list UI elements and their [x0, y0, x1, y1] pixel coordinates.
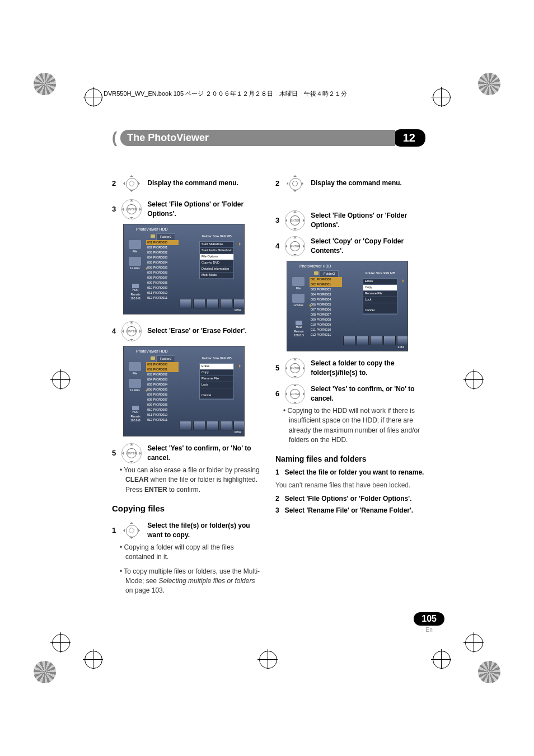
enter-pad-icon: ENTER	[284, 235, 306, 257]
step-number: 1	[112, 525, 116, 536]
enter-pad-icon: ENTER	[284, 357, 306, 379]
body-bullet: • You can also erase a file or folder by…	[120, 466, 262, 495]
reg-mark	[463, 632, 484, 652]
enter-pad-icon: ENTER	[120, 442, 143, 464]
right-arrow-pad-icon	[284, 172, 306, 195]
step-number: 5	[112, 448, 116, 459]
step-text: Display the command menu.	[311, 179, 402, 188]
reg-mark	[463, 369, 484, 389]
reg-mark	[431, 87, 451, 107]
reg-mark	[431, 649, 451, 669]
body-text: You can't rename files that have been lo…	[275, 481, 425, 490]
step-text: Select the file(s) or folder(s) you want…	[147, 521, 262, 541]
step-text: Display the command menu.	[147, 179, 238, 188]
book-header: DVR550H_WV_EN.book 105 ページ ２００６年１２月２８日 木…	[104, 90, 347, 98]
section-naming: Naming files and folders	[275, 453, 425, 464]
step-text: Select 'File Options' or 'Folder Options…	[311, 211, 425, 231]
dpad-icon	[120, 519, 143, 542]
step-number: 3	[112, 204, 116, 215]
reg-mark	[83, 87, 103, 107]
step-number: 5	[275, 363, 279, 374]
body-bullet: • Copying to the HDD will not work if th…	[283, 406, 425, 445]
chapter-bracket-icon: (	[112, 129, 117, 147]
step-number: 4	[275, 241, 279, 252]
step-text: Select 'File Options' or 'Folder Options…	[147, 200, 262, 219]
reg-mark	[257, 649, 278, 669]
print-pattern-tl	[34, 73, 56, 95]
enter-pad-icon: ENTER	[284, 209, 306, 232]
enter-pad-icon: ENTER	[120, 320, 143, 342]
step-text: Select 'Yes' to confirm, or 'No' to canc…	[311, 384, 425, 404]
step-number: 2	[112, 179, 116, 189]
body-bullet: • Copying a folder will copy all the fil…	[120, 543, 262, 562]
chapter-title: The PhotoViewer	[120, 130, 395, 146]
step-text: 2 Select 'File Options' or 'Folder Optio…	[275, 494, 425, 504]
step-number: 3	[275, 215, 279, 226]
step-text: Select 'Yes' to confirm, or 'No' to canc…	[147, 444, 262, 463]
enter-pad-icon: ENTER	[120, 198, 143, 220]
reg-mark	[50, 369, 71, 389]
step-number: 2	[275, 179, 279, 189]
step-text: 1 Select the file or folder you want to …	[275, 468, 425, 477]
photoviewer-screenshot-file-options: PhotoViewer HDD Folder2 Folder Size 999 …	[123, 224, 245, 314]
reg-mark	[83, 649, 103, 669]
left-column: 2 Display the command menu. 3 ENTER Sele…	[112, 169, 262, 600]
reg-mark	[50, 632, 71, 652]
step-number: 6	[275, 389, 279, 400]
step-text: 3 Select 'Rename File' or 'Rename Folder…	[275, 506, 425, 515]
enter-pad-icon: ENTER	[284, 383, 306, 405]
print-pattern-br	[478, 661, 500, 683]
photoviewer-screenshot-erase: PhotoViewer HDD Folder2 Folder Size 999 …	[123, 346, 245, 436]
chapter-number: 12	[393, 129, 425, 147]
page-number: 105 En	[414, 612, 444, 633]
step-text: Select a folder to copy the folder(s)/fi…	[311, 359, 425, 378]
step-number: 4	[112, 326, 116, 337]
photoviewer-screenshot-copy: PhotoViewer HDD Folder2 Folder Size 999 …	[287, 261, 408, 351]
print-pattern-tr	[478, 73, 500, 95]
right-column: 2 Display the command menu. 3 ENTER Sele…	[275, 169, 425, 600]
step-text: Select 'Erase' or 'Erase Folder'.	[147, 326, 247, 336]
body-bullet: • To copy multiple files or folders, use…	[120, 567, 262, 596]
print-pattern-bl	[34, 661, 56, 683]
chapter-header: ( The PhotoViewer 12	[112, 129, 425, 147]
section-copying-files: Copying files	[112, 503, 262, 515]
right-arrow-pad-icon	[120, 172, 143, 195]
step-text: Select 'Copy' or 'Copy Folder Contents'.	[311, 237, 425, 256]
